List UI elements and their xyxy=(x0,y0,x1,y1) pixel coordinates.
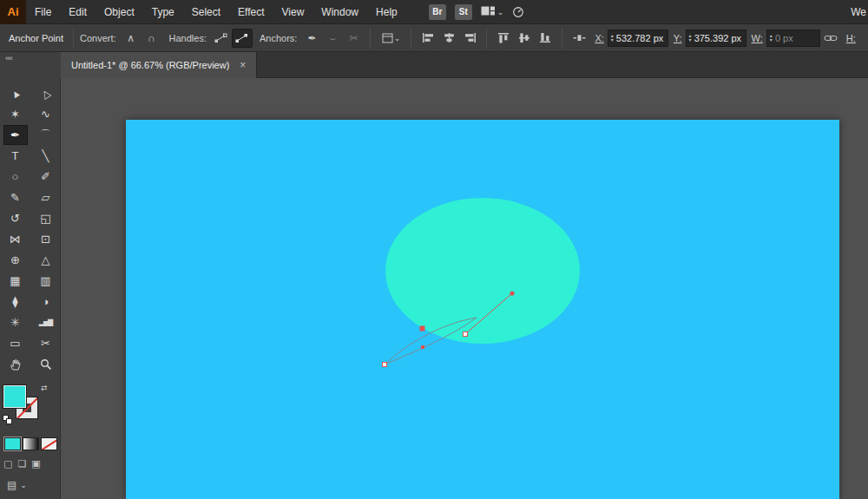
align-right-button[interactable] xyxy=(459,29,480,48)
convert-to-smooth-button[interactable]: ∩ xyxy=(141,29,162,48)
blend-tool[interactable]: ◑ xyxy=(34,292,58,312)
width-tool[interactable]: ⋈ xyxy=(3,229,28,249)
direct-selection-tool[interactable]: △ xyxy=(34,83,58,103)
y-label[interactable]: Y: xyxy=(674,33,682,43)
eraser-tool[interactable]: ▱ xyxy=(34,187,58,207)
convert-to-corner-button[interactable]: ∧ xyxy=(121,29,141,48)
anchor-point-selected xyxy=(420,326,425,332)
stock-button[interactable]: St xyxy=(455,4,472,20)
scale-tool[interactable]: ◱ xyxy=(34,208,58,228)
y-spinner[interactable]: ▴▾ xyxy=(689,34,692,43)
w-value[interactable]: 0 px xyxy=(775,33,793,43)
w-field[interactable]: ▴▾ 0 px xyxy=(766,30,820,47)
fill-swatch[interactable] xyxy=(3,385,26,408)
menu-window[interactable]: Window xyxy=(312,0,367,23)
menu-view[interactable]: View xyxy=(273,0,313,23)
x-spinner[interactable]: ▴▾ xyxy=(611,34,614,43)
zoom-tool[interactable] xyxy=(34,354,58,374)
lasso-tool[interactable]: ∿ xyxy=(34,104,58,124)
pen-path-overlay[interactable] xyxy=(126,120,839,499)
canvas-area[interactable] xyxy=(61,78,868,499)
default-fill-stroke-icon[interactable] xyxy=(3,415,13,425)
pencil-tool[interactable]: ✎ xyxy=(3,187,28,207)
transform-menu-button[interactable]: ⌄ xyxy=(377,29,404,48)
gradient-button[interactable] xyxy=(23,437,39,450)
drawing-mode-buttons: ▢ ❏ ▣ xyxy=(3,458,41,469)
align-top-button[interactable] xyxy=(493,29,514,48)
y-value[interactable]: 375.392 px xyxy=(694,33,741,43)
connect-anchors-button[interactable]: ⌣ xyxy=(322,29,343,48)
w-spinner[interactable]: ▴▾ xyxy=(770,34,773,43)
tools-grid: ▲△✶∿✒⌒T╲○✐✎▱↺◱⋈⊡⊕△▦▥⧫◑✳▂▅▇▭✂ xyxy=(0,78,60,374)
y-field[interactable]: ▴▾ 375.392 px xyxy=(686,30,746,47)
align-hcenter-button[interactable] xyxy=(438,29,459,48)
close-tab-icon[interactable]: × xyxy=(240,59,246,71)
selection-tool[interactable]: ▲ xyxy=(3,83,28,103)
hand-tool[interactable] xyxy=(3,354,28,374)
tools-panel: ▲△✶∿✒⌒T╲○✐✎▱↺◱⋈⊡⊕△▦▥⧫◑✳▂▅▇▭✂ ⇄ ▢ ❏ ▣ ▤ ⌄ xyxy=(0,78,61,499)
remove-anchor-button[interactable]: ✒ xyxy=(301,29,322,48)
menu-type[interactable]: Type xyxy=(143,0,183,23)
workspace-switcher-button[interactable]: ⌄ xyxy=(481,6,504,18)
constrain-proportions-button[interactable] xyxy=(820,29,841,48)
magic-wand-tool[interactable]: ✶ xyxy=(3,104,28,124)
menu-effect[interactable]: Effect xyxy=(229,0,273,23)
swap-fill-stroke-icon[interactable]: ⇄ xyxy=(41,384,48,392)
align-bottom-button[interactable] xyxy=(535,29,556,48)
artboard-tool[interactable]: ▭ xyxy=(3,333,28,353)
menu-help[interactable]: Help xyxy=(367,0,406,23)
column-graph-tool[interactable]: ▂▅▇ xyxy=(34,312,58,332)
collapse-panel-icon[interactable]: «« xyxy=(5,54,12,62)
rotate-tool[interactable]: ↺ xyxy=(3,208,28,228)
w-label[interactable]: W: xyxy=(752,33,763,43)
hide-handles-button[interactable] xyxy=(232,29,253,48)
none-button[interactable] xyxy=(41,437,57,450)
separator xyxy=(486,28,487,49)
gradient-tool[interactable]: ▥ xyxy=(34,271,58,291)
paintbrush-tool[interactable]: ✐ xyxy=(34,167,58,187)
align-vcenter-button[interactable] xyxy=(514,29,535,48)
show-handles-button[interactable] xyxy=(211,29,232,48)
mesh-tool[interactable]: ▦ xyxy=(3,271,28,291)
chevron-down-icon: ⌄ xyxy=(394,34,401,43)
align-left-button[interactable] xyxy=(418,29,438,48)
slice-tool[interactable]: ✂ xyxy=(34,333,58,353)
workspace-name-partial[interactable]: We xyxy=(851,6,868,18)
menu-object[interactable]: Object xyxy=(95,0,143,23)
menu-file[interactable]: File xyxy=(26,0,60,23)
show-handles-icon xyxy=(214,33,227,43)
screen-mode-icon: ▤ xyxy=(7,479,16,491)
color-button[interactable] xyxy=(4,437,21,450)
artboard[interactable] xyxy=(126,120,839,499)
free-transform-tool[interactable]: ⊡ xyxy=(34,229,58,249)
align-hcenter-icon xyxy=(443,32,456,43)
shape-builder-tool[interactable]: ⊕ xyxy=(3,250,28,270)
menu-edit[interactable]: Edit xyxy=(60,0,95,23)
ellipse-tool[interactable]: ○ xyxy=(3,167,28,187)
cut-path-button[interactable]: ✂ xyxy=(343,29,364,48)
distribute-spacing-button[interactable] xyxy=(569,29,589,48)
type-tool[interactable]: T xyxy=(3,146,28,166)
x-field[interactable]: ▴▾ 532.782 px xyxy=(608,30,668,47)
draw-normal-icon[interactable]: ▢ xyxy=(3,458,12,469)
curvature-tool[interactable]: ⌒ xyxy=(34,125,58,145)
h-label[interactable]: H: xyxy=(846,33,856,43)
draw-behind-icon[interactable]: ❏ xyxy=(17,458,26,469)
document-tab[interactable]: Untitled-1* @ 66.67% (RGB/Preview) × xyxy=(61,52,257,78)
bridge-button[interactable]: Br xyxy=(429,4,446,20)
pen-tool[interactable]: ✒ xyxy=(3,125,28,145)
document-tab-title[interactable]: Untitled-1* @ 66.67% (RGB/Preview) xyxy=(71,60,229,70)
draw-inside-icon[interactable]: ▣ xyxy=(31,458,40,469)
x-value[interactable]: 532.782 px xyxy=(616,33,663,43)
perspective-grid-tool-icon: △ xyxy=(42,253,50,266)
menu-select[interactable]: Select xyxy=(183,0,229,23)
link-icon xyxy=(824,34,838,43)
perspective-grid-tool[interactable]: △ xyxy=(34,250,58,270)
sync-status-button[interactable] xyxy=(512,6,524,18)
line-segment-tool[interactable]: ╲ xyxy=(34,146,58,166)
x-label[interactable]: X: xyxy=(595,33,603,43)
symbol-sprayer-tool[interactable]: ✳ xyxy=(3,312,28,332)
eyedropper-tool[interactable]: ⧫ xyxy=(3,292,28,312)
chevron-down-icon: ⌄ xyxy=(20,481,27,489)
screen-mode-button[interactable]: ▤ ⌄ xyxy=(7,479,27,491)
